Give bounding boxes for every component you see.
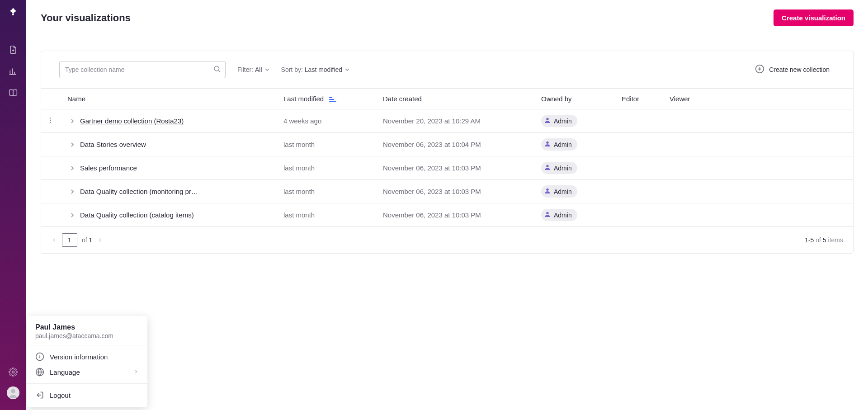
cell-date-created: November 06, 2023 at 10:03 PM — [375, 203, 533, 227]
menu-item-logout[interactable]: Logout — [27, 387, 147, 403]
svg-point-2 — [11, 389, 15, 393]
table-row[interactable]: Data Quality collection (monitoring pr…l… — [41, 180, 853, 203]
collection-name[interactable]: Data Quality collection (catalog items) — [80, 211, 194, 219]
col-header-name[interactable]: Name — [59, 89, 275, 109]
svg-point-5 — [50, 118, 51, 118]
table-footer: of 1 1-5 of 5 items — [41, 227, 853, 253]
cell-last-modified: last month — [275, 180, 375, 203]
collection-name[interactable]: Data Quality collection (monitoring pr… — [80, 188, 198, 195]
cell-owned-by: Admin — [533, 180, 613, 203]
collection-name[interactable]: Data Stories overview — [80, 141, 146, 148]
cell-date-created: November 06, 2023 at 10:03 PM — [375, 156, 533, 180]
cell-editor — [613, 203, 661, 227]
svg-point-12 — [546, 212, 548, 214]
svg-point-6 — [50, 120, 51, 121]
cell-last-modified: last month — [275, 133, 375, 156]
row-actions-kebab[interactable] — [47, 117, 54, 124]
nav-item-settings[interactable] — [0, 361, 26, 383]
svg-point-8 — [546, 118, 548, 120]
globe-icon — [35, 368, 44, 377]
pager-next[interactable] — [97, 237, 103, 243]
menu-item-version[interactable]: Version information — [27, 349, 147, 364]
of-label: of — [82, 236, 87, 244]
cell-last-modified: last month — [275, 156, 375, 180]
table-row[interactable]: Data Quality collection (catalog items)l… — [41, 203, 853, 227]
menu-item-language[interactable]: Language — [27, 364, 147, 380]
expand-toggle[interactable] — [67, 119, 77, 123]
nav-item-visualizations[interactable] — [0, 61, 26, 82]
collection-name[interactable]: Sales performance — [80, 164, 137, 172]
col-header-last-modified[interactable]: Last modified — [275, 89, 375, 109]
expand-toggle[interactable] — [67, 166, 77, 170]
collection-name[interactable]: Gartner demo collection (Rosta23) — [80, 117, 184, 125]
items-count: 1-5 of 5 items — [805, 236, 843, 244]
cell-editor — [613, 109, 661, 133]
info-icon — [35, 352, 44, 361]
menu-item-label: Logout — [50, 391, 139, 399]
sort-dropdown[interactable]: Sort by: Last modified — [281, 66, 350, 73]
cell-owned-by: Admin — [533, 203, 613, 227]
svg-point-9 — [546, 141, 548, 144]
cell-date-created: November 06, 2023 at 10:03 PM — [375, 180, 533, 203]
owner-chip[interactable]: Admin — [541, 185, 577, 198]
collections-card: Filter: All Sort by: Last modified — [41, 51, 854, 254]
sort-value: Last modified — [305, 66, 342, 73]
current-page-input[interactable] — [62, 233, 77, 247]
cell-date-created: November 20, 2023 at 10:29 AM — [375, 109, 533, 133]
person-icon — [544, 211, 551, 219]
menu-item-label: Version information — [50, 353, 139, 361]
svg-point-14 — [39, 355, 40, 356]
cell-viewer — [661, 180, 853, 203]
filter-value: All — [255, 66, 262, 73]
col-header-date-created[interactable]: Date created — [375, 89, 533, 109]
nav-item-documents[interactable] — [0, 39, 26, 61]
person-icon — [544, 117, 551, 125]
cell-last-modified: 4 weeks ago — [275, 109, 375, 133]
logout-icon — [35, 391, 44, 400]
avatar[interactable] — [7, 386, 19, 399]
collection-search-input[interactable] — [59, 61, 226, 78]
nav-item-user[interactable] — [0, 383, 26, 405]
owner-chip[interactable]: Admin — [541, 115, 577, 127]
create-collection-label: Create new collection — [769, 66, 830, 73]
total-pages: 1 — [89, 236, 93, 244]
svg-point-7 — [50, 122, 51, 123]
owner-chip[interactable]: Admin — [541, 209, 577, 221]
cell-owned-by: Admin — [533, 133, 613, 156]
filter-dropdown[interactable]: Filter: All — [237, 66, 269, 73]
table-row[interactable]: Data Stories overviewlast monthNovember … — [41, 133, 853, 156]
cell-owned-by: Admin — [533, 156, 613, 180]
owner-chip[interactable]: Admin — [541, 162, 577, 174]
owner-chip[interactable]: Admin — [541, 138, 577, 151]
cell-editor — [613, 133, 661, 156]
menu-item-label: Language — [50, 368, 127, 376]
cell-viewer — [661, 109, 853, 133]
filter-label: Filter: — [237, 66, 253, 73]
app-logo[interactable] — [8, 6, 19, 17]
expand-toggle[interactable] — [67, 213, 77, 217]
sidebar — [0, 0, 26, 410]
col-header-editor[interactable]: Editor — [613, 89, 661, 109]
caret-down-icon — [265, 66, 269, 73]
user-menu-name: Paul James — [35, 323, 139, 331]
person-icon — [544, 187, 551, 196]
cell-viewer — [661, 156, 853, 180]
expand-toggle[interactable] — [67, 142, 77, 147]
create-collection-button[interactable]: Create new collection — [755, 64, 835, 75]
table-row[interactable]: Gartner demo collection (Rosta23)4 weeks… — [41, 109, 853, 133]
cell-viewer — [661, 133, 853, 156]
pager-prev[interactable] — [51, 237, 57, 243]
expand-toggle[interactable] — [67, 189, 77, 194]
svg-point-0 — [12, 371, 14, 373]
page-title: Your visualizations — [41, 12, 131, 24]
pager: of 1 — [51, 233, 103, 247]
col-header-viewer[interactable]: Viewer — [661, 89, 853, 109]
user-menu-popup: Paul James paul.james@ataccama.com Versi… — [27, 316, 147, 407]
cell-viewer — [661, 203, 853, 227]
create-visualization-button[interactable]: Create visualization — [774, 9, 854, 26]
table-row[interactable]: Sales performancelast monthNovember 06, … — [41, 156, 853, 180]
search-icon — [213, 65, 221, 75]
cell-editor — [613, 156, 661, 180]
nav-item-catalog[interactable] — [0, 82, 26, 104]
col-header-owned-by[interactable]: Owned by — [533, 89, 613, 109]
